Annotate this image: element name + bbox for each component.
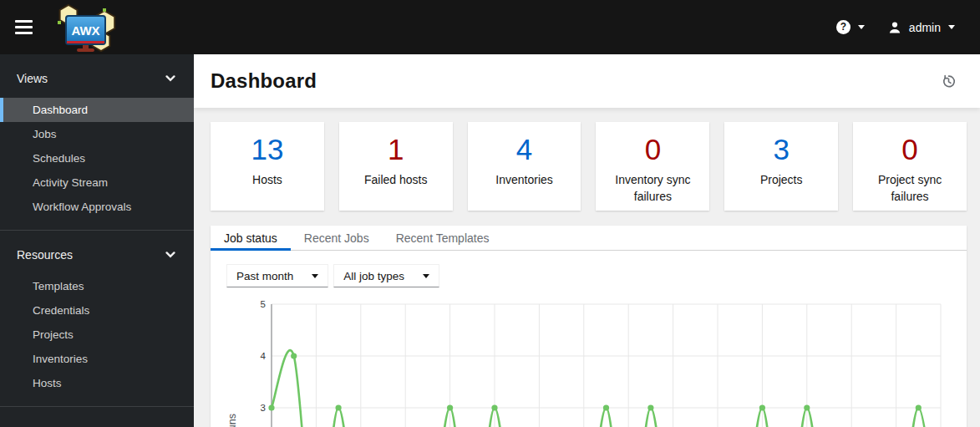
sidebar-item-workflow-approvals[interactable]: Workflow Approvals [0, 195, 194, 219]
card-project-sync-failures[interactable]: 0 Project sync failures [853, 122, 967, 211]
svg-text:5: 5 [261, 299, 266, 309]
card-label: Project sync failures [853, 171, 967, 205]
sidebar-item-hosts[interactable]: Hosts [0, 371, 194, 395]
card-failed-hosts[interactable]: 1 Failed hosts [339, 122, 453, 211]
main-content: Dashboard 13 Hosts 1 Failed hosts 4 Inve… [194, 54, 980, 427]
card-label: Projects [749, 171, 815, 188]
sidebar-section-access: Access [0, 406, 194, 427]
svg-text:4: 4 [261, 351, 267, 361]
awx-logo-icon: AWX [53, 2, 120, 53]
sidebar-section-resources-toggle[interactable]: Resources [0, 247, 194, 262]
hosts-count[interactable]: 13 [251, 135, 283, 164]
sidebar-item-credentials[interactable]: Credentials [0, 298, 194, 323]
tab-recent-templates[interactable]: Recent Templates [383, 226, 503, 250]
dashboard-tabs: Job status Recent Jobs Recent Templates [211, 226, 967, 251]
job-type-select[interactable]: All job types [333, 264, 439, 287]
history-icon [942, 74, 956, 89]
user-name: admin [909, 21, 941, 34]
card-hosts[interactable]: 13 Hosts [211, 122, 324, 211]
help-icon: ? [836, 20, 851, 34]
svg-text:3: 3 [261, 403, 266, 413]
job-type-select-value: All job types [343, 270, 404, 282]
sidebar-item-projects[interactable]: Projects [0, 323, 194, 347]
sidebar-section-views-toggle[interactable]: Views [0, 71, 194, 86]
caret-down-icon [423, 274, 429, 278]
page-header: Dashboard [194, 54, 980, 108]
user-icon [888, 21, 901, 34]
sidebar-item-label: Activity Stream [33, 176, 108, 189]
period-select[interactable]: Past month [226, 264, 328, 287]
project-sync-failures-count[interactable]: 0 [901, 135, 917, 164]
tab-job-status[interactable]: Job status [211, 226, 291, 250]
sidebar-section-label: Resources [17, 248, 73, 262]
sidebar-item-label: Jobs [33, 128, 57, 140]
chart-filters: Past month All job types [211, 251, 967, 292]
sidebar-section-resources: Resources Templates Credentials Projects… [0, 230, 194, 406]
projects-count[interactable]: 3 [773, 135, 789, 164]
card-label: Inventory sync failures [596, 171, 709, 205]
card-inventory-sync-failures[interactable]: 0 Inventory sync failures [596, 122, 709, 211]
sidebar-item-label: Inventories [33, 353, 88, 365]
dashboard-history-button[interactable] [940, 73, 957, 90]
sidebar-section-label: Views [17, 72, 48, 85]
page-title: Dashboard [211, 69, 317, 93]
tab-recent-jobs[interactable]: Recent Jobs [291, 226, 383, 250]
sidebar-item-jobs[interactable]: Jobs [0, 122, 194, 146]
sidebar-item-label: Workflow Approvals [33, 201, 131, 213]
sidebar-item-inventories[interactable]: Inventories [0, 347, 194, 371]
job-status-chart: 543Job runs [211, 292, 967, 427]
svg-text:Job runs: Job runs [226, 414, 238, 427]
summary-cards-row: 13 Hosts 1 Failed hosts 4 Inventories 0 … [194, 108, 980, 211]
inventory-sync-failures-count[interactable]: 0 [645, 135, 661, 164]
failed-hosts-count[interactable]: 1 [388, 135, 404, 164]
sidebar-section-views: Views Dashboard Jobs Schedules Activity … [0, 54, 194, 230]
caret-down-icon [312, 274, 318, 278]
card-inventories[interactable]: 4 Inventories [468, 122, 581, 211]
sidebar-item-schedules[interactable]: Schedules [0, 146, 194, 170]
sidebar-item-label: Projects [33, 328, 74, 341]
card-projects[interactable]: 3 Projects [724, 122, 838, 211]
navbar-right-group: ? admin [836, 20, 980, 34]
nav-toggle-hamburger-icon[interactable] [8, 11, 42, 44]
sidebar-section-access-toggle[interactable]: Access [0, 424, 194, 427]
caret-down-icon [948, 25, 955, 29]
awx-logo[interactable]: AWX [53, 2, 120, 53]
card-label: Failed hosts [353, 171, 439, 188]
sidebar-item-templates[interactable]: Templates [0, 274, 194, 298]
sidebar-item-label: Schedules [33, 152, 85, 165]
sidebar-item-dashboard[interactable]: Dashboard [0, 98, 194, 122]
caret-down-icon [858, 25, 865, 29]
top-navbar: AWX ? admin [0, 0, 980, 54]
sidebar-item-label: Credentials [33, 304, 89, 317]
user-menu-button[interactable]: admin [888, 21, 955, 34]
sidebar-item-label: Templates [33, 280, 84, 292]
sidebar: Views Dashboard Jobs Schedules Activity … [0, 54, 194, 427]
inventories-count[interactable]: 4 [516, 135, 532, 164]
job-status-card: Job status Recent Jobs Recent Templates … [211, 226, 967, 427]
awx-brand-text: AWX [71, 23, 99, 38]
period-select-value: Past month [236, 270, 293, 282]
sidebar-item-activity-stream[interactable]: Activity Stream [0, 170, 194, 195]
card-label: Inventories [484, 171, 564, 188]
sidebar-item-label: Hosts [33, 377, 62, 389]
chevron-down-icon [165, 252, 175, 258]
job-status-chart-svg: 543Job runs [211, 292, 967, 427]
card-label: Hosts [241, 171, 294, 188]
chevron-down-icon [165, 75, 175, 82]
sidebar-item-label: Dashboard [33, 104, 88, 116]
help-menu-button[interactable]: ? [836, 20, 865, 34]
